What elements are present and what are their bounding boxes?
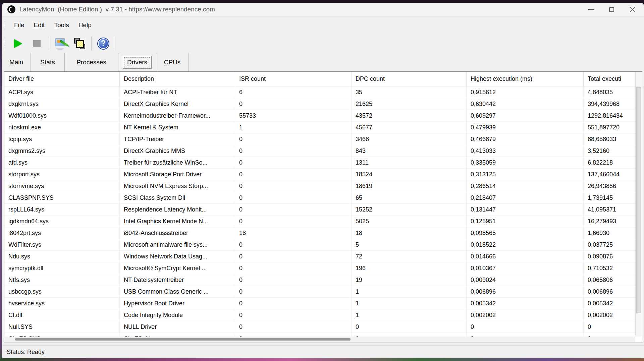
- menu-help[interactable]: Help: [74, 20, 96, 30]
- cell-highest: 0,479939: [467, 122, 584, 133]
- cell-highest: 0: [467, 321, 584, 333]
- cell-file: tcpip.sys: [4, 133, 120, 145]
- maximize-icon: [609, 7, 614, 12]
- cell-isr: 0: [235, 309, 352, 321]
- stop-monitor-button[interactable]: [28, 36, 46, 51]
- horizontal-scrollbar-thumb[interactable]: [15, 338, 351, 341]
- column-header-description[interactable]: Description: [120, 72, 235, 86]
- help-button[interactable]: ?: [94, 36, 113, 51]
- table-row[interactable]: CLASSPNP.SYSSCSI Class System Dll0650,21…: [4, 192, 642, 204]
- start-monitor-button[interactable]: [9, 36, 28, 51]
- table-row[interactable]: hvservice.sysHypervisor Boot Driver010,0…: [4, 298, 642, 309]
- cell-highest: 0,009024: [467, 274, 584, 286]
- tab-processes[interactable]: Processes: [65, 53, 118, 71]
- tab-drivers[interactable]: Drivers: [118, 53, 156, 71]
- cell-file: Ndu.sys: [4, 251, 120, 262]
- cell-desc: Hypervisor Boot Driver: [120, 298, 235, 309]
- toolbar-separator: [115, 37, 115, 51]
- cell-desc: Windows Network Data Usag...: [120, 251, 235, 262]
- cell-file: CI.dll: [4, 309, 120, 321]
- menu-file[interactable]: File: [9, 20, 29, 30]
- vertical-scrollbar-thumb[interactable]: [636, 87, 641, 313]
- cell-highest: 0,413033: [467, 145, 584, 157]
- menu-tools[interactable]: Tools: [49, 20, 73, 30]
- table-row[interactable]: dxgmms2.sysDirectX Graphics MMS08430,413…: [4, 145, 642, 157]
- minimize-button[interactable]: [580, 3, 601, 16]
- cell-dpc: 1: [352, 309, 467, 321]
- table-row[interactable]: tcpip.sysTCP/IP-Treiber034680,46687988,6…: [4, 133, 642, 145]
- cell-dpc: 3468: [352, 133, 467, 145]
- close-icon: [630, 7, 635, 12]
- cell-total: 26,943856: [584, 180, 642, 192]
- cell-total: 394,439968: [584, 98, 642, 110]
- menu-gripper[interactable]: [5, 19, 5, 31]
- cell-highest: 0,018522: [467, 239, 584, 251]
- menu-bar: File Edit Tools Help: [2, 16, 644, 34]
- table-row[interactable]: afd.sysTreiber für zusätzliche WinSo...0…: [4, 157, 642, 169]
- column-header-isr-count[interactable]: ISR count: [235, 72, 352, 86]
- cell-total: 0,037725: [584, 239, 642, 251]
- table-row[interactable]: stornvme.sysMicrosoft NVM Express Storp.…: [4, 180, 642, 192]
- cell-isr: 0: [235, 133, 352, 145]
- cell-desc: Kernelmodustreiber-Framewor...: [120, 110, 235, 122]
- table-row[interactable]: igdkmdn64.sysIntel Graphics Kernel Mode …: [4, 216, 642, 227]
- table-row[interactable]: Ndu.sysWindows Network Data Usag...0720,…: [4, 251, 642, 262]
- cell-desc: NT-Dateisystemtreiber: [120, 274, 235, 286]
- table-row[interactable]: usbccgp.sysUSB Common Class Generic ...0…: [4, 286, 642, 298]
- cell-dpc: 0: [352, 321, 467, 333]
- cell-desc: USB Common Class Generic ...: [120, 286, 235, 298]
- maximize-button[interactable]: [601, 3, 622, 16]
- cell-dpc: 35: [352, 86, 467, 98]
- cell-highest: 0,002002: [467, 309, 584, 321]
- table-row[interactable]: WdFilter.sysMicrosoft antimalware file s…: [4, 239, 642, 251]
- cell-highest: 0,630442: [467, 98, 584, 110]
- cell-total: 0,090876: [584, 251, 642, 262]
- column-header-highest-execution[interactable]: Highest execution (ms): [467, 72, 584, 86]
- table-row[interactable]: symcryptk.dllMicrosoft® SymCrypt Kernel …: [4, 262, 642, 274]
- table-row[interactable]: CI.dllCode Integrity Module010,0020020,0…: [4, 309, 642, 321]
- cell-total: 0,006896: [584, 286, 642, 298]
- table-row[interactable]: i8042prt.sysi8042-Anschlussstreiber18180…: [4, 227, 642, 239]
- options-button[interactable]: [51, 36, 70, 51]
- layered-windows-icon: [73, 38, 86, 50]
- table-row[interactable]: Wdf01000.sysKernelmodustreiber-Framewor.…: [4, 110, 642, 122]
- table-row[interactable]: Ntfs.sysNT-Dateisystemtreiber0190,009024…: [4, 274, 642, 286]
- cell-isr: 0: [235, 192, 352, 204]
- toolbar-separator: [49, 37, 49, 51]
- column-header-total-execution[interactable]: Total executi: [584, 72, 642, 86]
- tab-main[interactable]: Main: [2, 53, 31, 71]
- table-row[interactable]: storport.sysMicrosoft Storage Port Drive…: [4, 169, 642, 180]
- table-row[interactable]: ACPI.sysACPI-Treiber für NT6350,9156124,…: [4, 86, 642, 98]
- cell-isr: 0: [235, 204, 352, 216]
- column-header-dpc-count[interactable]: DPC count: [352, 72, 467, 86]
- table-row[interactable]: rspLLL64.sysResplendence Latency Monit..…: [4, 204, 642, 216]
- table-row[interactable]: Null.SYSNULL Driver0000: [4, 321, 642, 333]
- toolbar: ?: [2, 34, 644, 53]
- column-header-driver-file[interactable]: Driver file: [4, 72, 120, 86]
- cell-file: usbccgp.sys: [4, 286, 120, 298]
- menu-edit[interactable]: Edit: [29, 20, 50, 30]
- cell-highest: 0,466879: [467, 133, 584, 145]
- stop-icon: [33, 40, 41, 47]
- cell-desc: DirectX Graphics Kernel: [120, 98, 235, 110]
- windows-button[interactable]: [70, 36, 89, 51]
- close-button[interactable]: [622, 3, 643, 16]
- toolbar-gripper[interactable]: [5, 37, 5, 50]
- cell-desc: Resplendence Latency Monit...: [120, 204, 235, 216]
- horizontal-scrollbar[interactable]: [5, 337, 635, 342]
- cell-dpc: 196: [352, 262, 467, 274]
- cell-total: 6,822218: [584, 157, 642, 169]
- cell-dpc: 1: [352, 286, 467, 298]
- cell-dpc: 43572: [352, 110, 467, 122]
- cell-total: 16,279493: [584, 216, 642, 227]
- tab-cpus[interactable]: CPUs: [156, 53, 189, 71]
- vertical-scrollbar[interactable]: [635, 72, 642, 337]
- cell-total: 1292,816434: [584, 110, 642, 122]
- titlebar[interactable]: LatencyMon (Home Edition ) v 7.31 - http…: [2, 3, 644, 16]
- cell-dpc: 5025: [352, 216, 467, 227]
- table-row[interactable]: ntoskrnl.exeNT Kernel & System1456770,47…: [4, 122, 642, 133]
- table-body: ACPI.sysACPI-Treiber für NT6350,9156124,…: [4, 86, 642, 338]
- table-row[interactable]: dxgkrnl.sysDirectX Graphics Kernel021625…: [4, 98, 642, 110]
- cell-file: symcryptk.dll: [4, 262, 120, 274]
- tab-stats[interactable]: Stats: [31, 53, 65, 71]
